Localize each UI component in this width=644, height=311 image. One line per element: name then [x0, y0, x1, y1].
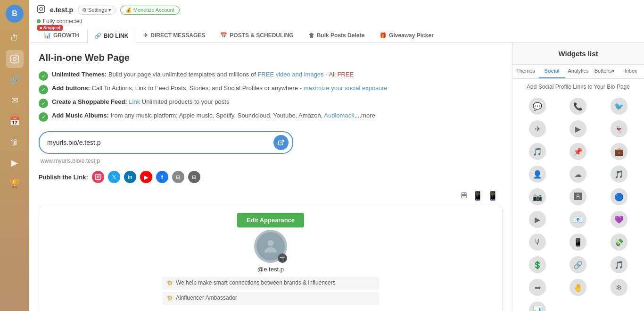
widget-tab-buttons[interactable]: Buttons▾: [591, 65, 618, 78]
social-widget-venmo[interactable]: 💸: [611, 234, 627, 251]
check-icon: ✓: [39, 112, 48, 122]
gear-icon: ⚙: [82, 7, 87, 13]
publish-twitter-icon[interactable]: 𝕏: [108, 171, 120, 183]
social-widget-twitter[interactable]: 🐦: [611, 98, 627, 115]
social-widget-spotify[interactable]: 🎵: [611, 166, 627, 183]
widget-tab-analytics[interactable]: Analytics: [565, 65, 592, 78]
svg-point-10: [267, 240, 273, 246]
profile-avatar: 📷: [254, 230, 287, 263]
tab-growth[interactable]: ■ Stopped 📊 GROWTH: [37, 28, 86, 42]
desktop-icon[interactable]: 🖥: [459, 191, 468, 201]
sidebar-icon-trophy[interactable]: 🏆: [6, 175, 24, 193]
social-widget-whatsapp[interactable]: 📞: [570, 98, 586, 115]
social-widget-messenger[interactable]: 💬: [529, 98, 546, 115]
social-exposure-link[interactable]: maximize your social exposure: [304, 84, 388, 92]
social-widget-audiomack[interactable]: 🔵: [611, 188, 627, 205]
sidebar-icon-analytics[interactable]: ⏱: [6, 29, 24, 47]
list-item: ✓ Add Music Albums: from any music platf…: [39, 112, 503, 122]
social-widget-amazon[interactable]: 🅰: [570, 188, 586, 205]
publish-row: Publish the Link: 𝕏 in ▶ f ⊞ ⊟: [39, 171, 503, 183]
widget-tab-inbox[interactable]: Inbox: [618, 65, 644, 78]
settings-button[interactable]: ⚙ Settings ▾: [78, 6, 116, 15]
publish-linkedin-icon[interactable]: in: [124, 171, 136, 183]
instagram-icon: [37, 5, 45, 15]
topbar: e.test.p ⚙ Settings ▾ 💰 Monetize Account…: [29, 0, 644, 43]
profile-username: @e.test.p: [257, 266, 284, 273]
publish-facebook-icon[interactable]: f: [156, 171, 168, 183]
chevron-down-icon: ▾: [108, 7, 111, 13]
social-widget-etsy[interactable]: 📧: [570, 211, 586, 228]
list-item: ✓ Add buttons: Call To Actions, Link to …: [39, 84, 503, 94]
edit-appearance-button[interactable]: Edit Appearance: [237, 213, 304, 227]
launch-button[interactable]: [273, 135, 289, 150]
tab-bulk-posts[interactable]: 🗑 Bulk Posts Delete: [302, 28, 372, 42]
tab-direct-messages[interactable]: ✈ DIRECT MESSAGES: [136, 28, 212, 42]
social-widget-linktree[interactable]: 🔗: [570, 256, 586, 273]
sidebar-icon-links[interactable]: 🔗: [6, 71, 24, 89]
social-widget-music[interactable]: 🎵: [611, 256, 627, 273]
check-icon: ✓: [39, 85, 48, 94]
social-widget-twitch[interactable]: 💜: [611, 211, 627, 228]
url-input[interactable]: [47, 139, 273, 146]
avatar[interactable]: B: [6, 5, 24, 23]
bio-link-icon: 🔗: [94, 33, 101, 39]
person-icon: [261, 237, 280, 256]
free-video-link[interactable]: FREE video and images: [257, 71, 323, 78]
sidebar-icon-calendar[interactable]: 📅: [6, 112, 24, 130]
social-widget-cashapp[interactable]: 💲: [529, 256, 546, 273]
tab-bio-link[interactable]: 🔗 BIO LINK: [87, 29, 136, 43]
connected-status: Fully connected: [37, 18, 636, 28]
svg-point-2: [17, 57, 17, 58]
all-free-link[interactable]: All FREE: [329, 71, 354, 78]
main-area: e.test.p ⚙ Settings ▾ 💰 Monetize Account…: [29, 0, 644, 311]
widgets-header: Widgets list: [512, 43, 644, 65]
social-widget-youtube[interactable]: ▶: [570, 120, 586, 137]
list-item: ✓ Create a Shoppable Feed: Link Unlimite…: [39, 98, 503, 108]
account-name: e.test.p: [50, 6, 73, 14]
social-widget-linkedin[interactable]: 💼: [611, 143, 627, 160]
social-widget-hand[interactable]: 🤚: [570, 279, 586, 296]
publish-instagram-icon[interactable]: [92, 171, 104, 183]
widget-tab-social[interactable]: Social: [539, 65, 565, 78]
svg-rect-7: [95, 174, 101, 180]
widget-tab-themes[interactable]: Themes: [512, 65, 539, 78]
social-widget-snapchat[interactable]: 👻: [611, 120, 627, 137]
social-widget-patreon[interactable]: 📱: [570, 234, 586, 251]
social-widget-arrow[interactable]: ➡: [529, 279, 546, 296]
tab-posts-scheduling[interactable]: 📅 POSTS & SCHEDULING: [213, 28, 300, 42]
tablet-icon[interactable]: 📱: [472, 191, 483, 201]
sidebar-icon-instagram[interactable]: [6, 50, 24, 68]
sidebar-icon-trash[interactable]: 🗑: [6, 133, 24, 151]
social-widget-tiktok[interactable]: 🎵: [529, 143, 546, 160]
sidebar-icon-messages[interactable]: ✉: [6, 92, 24, 109]
social-widget-instagram[interactable]: 📷: [529, 188, 546, 205]
publish-youtube-icon[interactable]: ▶: [140, 171, 152, 183]
shoppable-link[interactable]: Link: [129, 98, 140, 105]
sidebar-icon-youtube[interactable]: ▶: [6, 154, 24, 172]
svg-point-9: [99, 175, 99, 176]
social-widget-table[interactable]: 📊: [529, 302, 546, 311]
social-widget-play[interactable]: ▶: [529, 211, 546, 228]
svg-rect-0: [11, 55, 19, 63]
svg-point-8: [97, 176, 99, 178]
tab-giveaway[interactable]: 🎁 Giveaway Picker: [372, 28, 441, 42]
url-display: www.myurls.bio/e.test.p: [39, 158, 503, 164]
check-icon: ✓: [39, 99, 48, 108]
social-widget-pinterest[interactable]: 📌: [570, 143, 586, 160]
publish-copy-icon[interactable]: ⊞: [172, 171, 184, 183]
dm-icon: ✈: [143, 32, 148, 39]
audiomack-link[interactable]: Audiomack,: [324, 112, 356, 119]
svg-rect-3: [38, 6, 45, 13]
social-widget-telegram[interactable]: ✈: [529, 120, 546, 137]
social-widget-facebook[interactable]: 👤: [529, 166, 546, 183]
publish-qr-icon[interactable]: ⊟: [188, 171, 200, 183]
list-item: ✓ Unlimited Themes: Build your page via …: [39, 71, 503, 81]
social-widget-soundcloud[interactable]: ☁: [570, 166, 586, 183]
mobile-icon[interactable]: 📱: [487, 191, 498, 201]
main-panel: All-in-one Web Page ✓ Unlimited Themes: …: [29, 43, 512, 311]
monetize-button[interactable]: 💰 Monetize Account: [120, 6, 180, 15]
social-widget-snow[interactable]: ❄: [611, 279, 627, 296]
camera-badge[interactable]: 📷: [278, 253, 287, 263]
social-widget-podcast[interactable]: 🎙: [529, 234, 546, 251]
sidebar: B ⏱ 🔗 ✉ 📅 🗑 ▶ 🏆: [0, 0, 29, 311]
